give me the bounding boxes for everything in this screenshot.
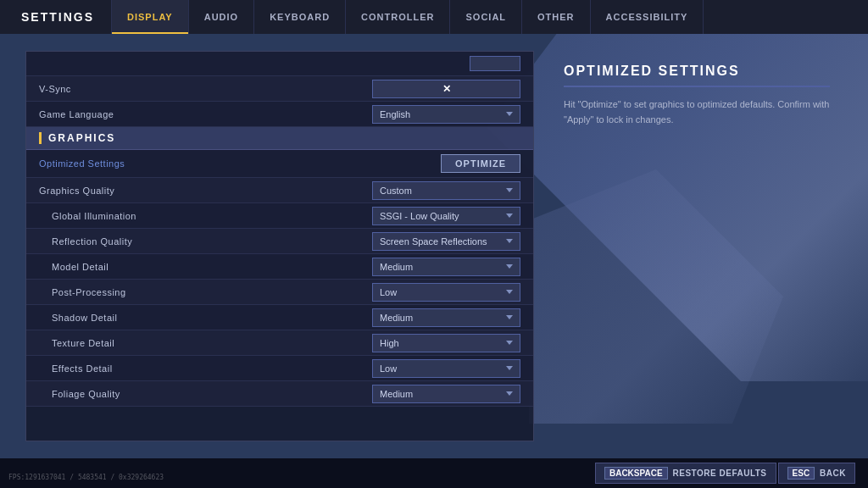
foliage-quality-value: Medium xyxy=(380,389,499,399)
vsync-value: ✕ xyxy=(442,83,451,95)
post-processing-row: Post-Processing Low xyxy=(26,280,533,305)
info-panel: OPTIMIZED SETTINGS Hit "Optimize" to set… xyxy=(551,51,843,441)
chevron-down-icon xyxy=(506,188,513,192)
tab-controller[interactable]: CONTROLLER xyxy=(346,0,450,34)
graphics-section-header: GRAPHICS xyxy=(26,127,533,150)
vsync-toggle[interactable]: ✕ xyxy=(372,80,520,98)
main-content: V-Sync ✕ Game Language English GRAPHICS … xyxy=(0,34,868,458)
language-value: English xyxy=(380,109,499,119)
tab-display[interactable]: DISPLAY xyxy=(111,0,189,34)
scroll-bar[interactable] xyxy=(470,56,520,71)
debug-text: FPS:1291637041 / 5483541 / 0x329264623 xyxy=(8,474,164,481)
backspace-key-label: BACKSPACE xyxy=(604,467,668,480)
app-title: SETTINGS xyxy=(8,10,107,24)
model-detail-dropdown[interactable]: Medium xyxy=(372,258,520,276)
texture-detail-label: Texture Detail xyxy=(39,338,372,348)
graphics-quality-label: Graphics Quality xyxy=(39,186,372,196)
optimize-row: Optimized Settings OPTIMIZE xyxy=(26,150,533,178)
chevron-down-icon xyxy=(506,341,513,345)
graphics-quality-value: Custom xyxy=(380,186,499,196)
tab-accessibility[interactable]: ACCESSIBILITY xyxy=(591,0,704,34)
optimized-settings-label[interactable]: Optimized Settings xyxy=(39,158,441,169)
graphics-quality-dropdown[interactable]: Custom xyxy=(372,181,520,200)
reflection-quality-value: Screen Space Reflections xyxy=(380,236,499,247)
esc-key-label: ESC xyxy=(787,467,815,480)
restore-defaults-button[interactable]: BACKSPACE RESTORE DEFAULTS xyxy=(595,463,776,484)
info-panel-title: OPTIMIZED SETTINGS xyxy=(564,64,830,87)
settings-panel: V-Sync ✕ Game Language English GRAPHICS … xyxy=(25,51,534,441)
global-illumination-dropdown[interactable]: SSGI - Low Quality xyxy=(372,207,520,225)
language-dropdown[interactable]: English xyxy=(372,105,520,124)
nav-tabs-container: DISPLAY AUDIO KEYBOARD CONTROLLER SOCIAL… xyxy=(111,0,704,34)
foliage-quality-row: Foliage Quality Medium xyxy=(26,381,533,407)
shadow-detail-value: Medium xyxy=(380,313,499,323)
reflection-quality-dropdown[interactable]: Screen Space Reflections xyxy=(372,232,520,251)
restore-defaults-label: RESTORE DEFAULTS xyxy=(673,469,767,478)
tab-other[interactable]: OTHER xyxy=(522,0,591,34)
vsync-label: V-Sync xyxy=(39,84,372,94)
chevron-down-icon xyxy=(506,315,513,319)
reflection-quality-label: Reflection Quality xyxy=(39,236,372,247)
global-illumination-value: SSGI - Low Quality xyxy=(380,211,499,221)
effects-detail-dropdown[interactable]: Low xyxy=(372,359,520,378)
shadow-detail-label: Shadow Detail xyxy=(39,313,372,323)
back-button[interactable]: ESC BACK xyxy=(778,463,855,484)
foliage-quality-label: Foliage Quality xyxy=(39,389,372,399)
optimize-button[interactable]: OPTIMIZE xyxy=(441,154,520,173)
chevron-down-icon xyxy=(506,366,513,370)
info-panel-text: Hit "Optimize" to set graphics to optimi… xyxy=(564,97,830,127)
language-row: Game Language English xyxy=(26,102,533,127)
effects-detail-row: Effects Detail Low xyxy=(26,356,533,381)
reflection-quality-row: Reflection Quality Screen Space Reflecti… xyxy=(26,229,533,254)
texture-detail-value: High xyxy=(380,338,499,348)
global-illumination-label: Global Illumination xyxy=(39,211,372,221)
post-processing-dropdown[interactable]: Low xyxy=(372,283,520,302)
tab-audio[interactable]: AUDIO xyxy=(189,0,254,34)
global-illumination-row: Global Illumination SSGI - Low Quality xyxy=(26,203,533,229)
shadow-detail-row: Shadow Detail Medium xyxy=(26,305,533,330)
vsync-row: V-Sync ✕ xyxy=(26,76,533,102)
scroll-area-top xyxy=(26,52,533,76)
tab-social[interactable]: SOCIAL xyxy=(450,0,522,34)
chevron-down-icon xyxy=(506,239,513,243)
tab-keyboard[interactable]: KEYBOARD xyxy=(254,0,346,34)
chevron-down-icon xyxy=(506,112,513,116)
chevron-down-icon xyxy=(506,391,513,396)
model-detail-row: Model Detail Medium xyxy=(26,254,533,280)
effects-detail-value: Low xyxy=(380,363,499,374)
shadow-detail-dropdown[interactable]: Medium xyxy=(372,308,520,327)
graphics-quality-row: Graphics Quality Custom xyxy=(26,178,533,203)
foliage-quality-dropdown[interactable]: Medium xyxy=(372,385,520,403)
back-label: BACK xyxy=(820,469,846,478)
post-processing-label: Post-Processing xyxy=(39,287,372,297)
post-processing-value: Low xyxy=(380,287,499,297)
chevron-down-icon xyxy=(506,214,513,218)
model-detail-value: Medium xyxy=(380,262,499,272)
model-detail-label: Model Detail xyxy=(39,262,372,272)
texture-detail-row: Texture Detail High xyxy=(26,330,533,356)
texture-detail-dropdown[interactable]: High xyxy=(372,334,520,352)
graphics-section-title: GRAPHICS xyxy=(48,132,115,144)
effects-detail-label: Effects Detail xyxy=(39,363,372,374)
section-accent-bar xyxy=(39,132,42,144)
language-label: Game Language xyxy=(39,109,372,119)
top-navigation-bar: SETTINGS DISPLAY AUDIO KEYBOARD CONTROLL… xyxy=(0,0,868,34)
chevron-down-icon xyxy=(506,290,513,294)
chevron-down-icon xyxy=(506,264,513,269)
